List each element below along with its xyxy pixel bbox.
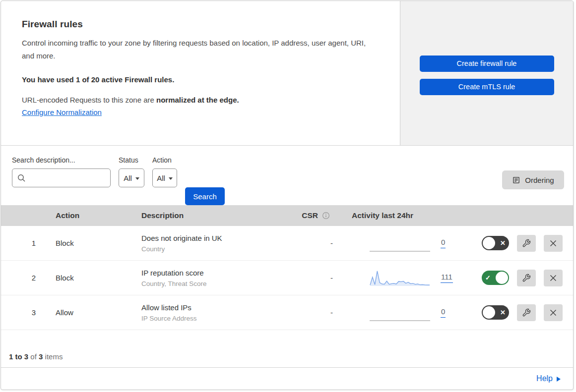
items-of: of xyxy=(30,352,37,361)
action-dropdown[interactable]: All xyxy=(152,168,177,187)
delete-rule-button[interactable] xyxy=(544,304,563,321)
action-dropdown-value: All xyxy=(157,174,165,182)
configure-normalization-link[interactable]: Configure Normalization xyxy=(22,108,102,116)
page-description: Control incoming traffic to your zone by… xyxy=(22,37,374,62)
rule-controls: ✓ xyxy=(462,270,573,286)
csr-label: CSR xyxy=(302,211,318,220)
rule-activity-cell: 0 xyxy=(346,235,462,252)
items-word: items xyxy=(45,352,63,361)
help-bar: Help xyxy=(1,367,573,390)
search-icon xyxy=(17,174,26,182)
rule-description: IP reputation score xyxy=(141,269,296,277)
activity-count-link[interactable]: 0 xyxy=(441,238,446,248)
info-icon[interactable] xyxy=(322,212,330,220)
table-row: 1 Block Does not originate in UK Country… xyxy=(1,226,573,261)
normalization-prefix: URL-encoded Requests to this zone are xyxy=(22,96,156,104)
items-total: 3 xyxy=(39,352,43,361)
delete-rule-button[interactable] xyxy=(544,235,563,252)
items-range: 1 to 3 xyxy=(9,352,28,361)
status-label: Status xyxy=(119,156,144,164)
header-section: Firewall rules Control incoming traffic … xyxy=(1,1,573,146)
toggle-knob xyxy=(483,306,495,319)
edit-rule-button[interactable] xyxy=(517,270,536,286)
activity-count-link[interactable]: 0 xyxy=(441,307,446,318)
close-icon xyxy=(549,239,557,247)
create-mtls-rule-button[interactable]: Create mTLS rule xyxy=(420,79,554,95)
rule-criteria: Country, Threat Score xyxy=(141,280,296,287)
help-link-label: Help xyxy=(536,374,553,383)
column-header-description: Description xyxy=(141,211,296,220)
rule-activity-cell: 111 xyxy=(346,270,462,286)
create-firewall-rule-button[interactable]: Create firewall rule xyxy=(420,56,554,72)
rule-priority: 1 xyxy=(1,239,46,247)
column-header-action: Action xyxy=(46,211,141,220)
enable-toggle[interactable]: ✓ xyxy=(482,271,509,285)
normalization-note: URL-encoded Requests to this zone are no… xyxy=(22,96,380,104)
actions-panel: Create firewall rule Create mTLS rule xyxy=(400,1,573,145)
activity-count-link[interactable]: 111 xyxy=(441,273,453,283)
table-body: 1 Block Does not originate in UK Country… xyxy=(1,226,573,330)
wrench-icon xyxy=(522,308,531,317)
rule-csr-value: - xyxy=(296,274,346,282)
normalization-bold: normalized at the edge. xyxy=(156,96,239,104)
usage-summary: You have used 1 of 20 active Firewall ru… xyxy=(22,75,380,84)
rule-controls: ✕ xyxy=(462,235,573,252)
search-box[interactable] xyxy=(12,168,111,187)
rule-action: Allow xyxy=(46,308,141,317)
status-dropdown[interactable]: All xyxy=(119,168,144,187)
wrench-icon xyxy=(522,274,531,282)
ordering-button-label: Ordering xyxy=(525,176,554,184)
close-icon xyxy=(549,309,557,317)
help-link[interactable]: Help xyxy=(536,374,561,383)
rule-description: Does not originate in UK xyxy=(141,234,296,242)
rule-description-cell: Does not originate in UK Country xyxy=(141,234,296,253)
activity-sparkline xyxy=(370,270,430,286)
edit-rule-button[interactable] xyxy=(517,235,536,252)
toggle-state-icon: ✓ xyxy=(483,274,493,281)
action-label: Action xyxy=(152,156,177,164)
column-header-activity: Activity last 24hr xyxy=(346,211,462,220)
rule-csr-value: - xyxy=(296,308,346,317)
status-dropdown-value: All xyxy=(124,174,132,182)
rule-controls: ✕ xyxy=(462,304,573,321)
rule-description-cell: Allow listed IPs IP Source Address xyxy=(141,303,296,322)
column-header-csr: CSR xyxy=(296,211,346,220)
rule-csr-value: - xyxy=(296,239,346,247)
chevron-down-icon xyxy=(169,177,173,180)
close-icon xyxy=(549,274,557,282)
enable-toggle[interactable]: ✕ xyxy=(482,236,509,250)
rule-criteria: IP Source Address xyxy=(141,315,296,322)
activity-sparkline xyxy=(370,235,430,252)
ordering-button[interactable]: Ordering xyxy=(502,170,564,189)
arrow-right-icon xyxy=(557,377,561,382)
delete-rule-button[interactable] xyxy=(544,270,563,286)
header-text-block: Firewall rules Control incoming traffic … xyxy=(1,1,400,145)
page-title: Firewall rules xyxy=(22,19,380,30)
rule-criteria: Country xyxy=(141,245,296,253)
firewall-rules-panel: Firewall rules Control incoming traffic … xyxy=(0,0,574,390)
search-button[interactable]: Search xyxy=(185,187,225,205)
table-row: 3 Allow Allow listed IPs IP Source Addre… xyxy=(1,295,573,330)
search-label: Search description... xyxy=(12,156,111,164)
rule-description-cell: IP reputation score Country, Threat Scor… xyxy=(141,269,296,287)
rule-priority: 3 xyxy=(1,308,46,317)
rule-action: Block xyxy=(46,274,141,282)
search-input[interactable] xyxy=(29,174,110,182)
chevron-down-icon xyxy=(135,177,139,180)
filter-bar: Search description... Status All Action … xyxy=(1,146,573,205)
toggle-state-icon: ✕ xyxy=(498,309,508,316)
wrench-icon xyxy=(522,239,531,248)
pagination-summary: 1 to 3 of 3 items xyxy=(1,330,573,367)
toggle-knob xyxy=(483,237,495,249)
rule-description: Allow listed IPs xyxy=(141,303,296,312)
rule-priority: 2 xyxy=(1,274,46,282)
rule-action: Block xyxy=(46,239,141,247)
rule-activity-cell: 0 xyxy=(346,304,462,321)
activity-sparkline xyxy=(370,304,430,321)
edit-rule-button[interactable] xyxy=(517,304,536,321)
ordering-icon xyxy=(512,176,520,184)
enable-toggle[interactable]: ✕ xyxy=(482,305,509,320)
table-header: Action Description CSR Activity last 24h… xyxy=(1,205,573,226)
toggle-knob xyxy=(496,272,508,284)
table-row: 2 Block IP reputation score Country, Thr… xyxy=(1,261,573,295)
